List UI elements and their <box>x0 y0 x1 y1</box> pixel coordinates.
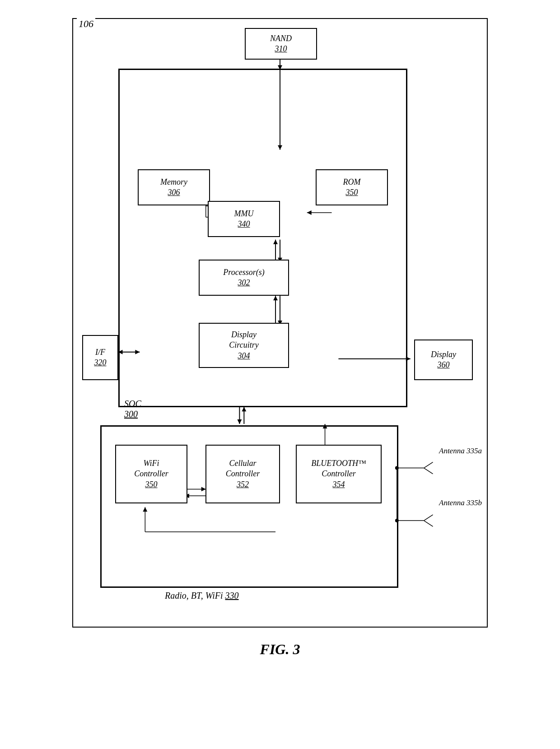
bluetooth-num: 354 <box>333 479 345 490</box>
if-num: 320 <box>94 358 107 368</box>
processors-block: Processor(s) 302 <box>199 260 289 296</box>
radio-box: Radio, BT, WiFi 330 WiFiController 350 C… <box>100 425 398 588</box>
memory-label: Memory <box>160 177 187 187</box>
nand-num: 310 <box>275 44 287 54</box>
cellular-label: CellularController <box>226 458 260 479</box>
processors-num: 302 <box>238 278 250 288</box>
antenna-b-label: Antenna 335b <box>439 498 482 508</box>
bluetooth-label: BLUETOOTH™Controller <box>311 458 366 479</box>
svg-line-47 <box>424 468 433 474</box>
nand-block: NAND 310 <box>245 28 317 60</box>
display-num: 360 <box>438 360 450 370</box>
cellular-num: 352 <box>237 479 249 490</box>
outer-label: 106 <box>77 18 95 30</box>
memory-block: Memory 306 <box>138 169 210 205</box>
display-block: Display 360 <box>414 340 473 380</box>
mmu-block: MMU 340 <box>208 201 280 237</box>
display-label: Display <box>431 349 456 360</box>
display-circuitry-block: DisplayCircuitry 304 <box>199 323 289 368</box>
bluetooth-block: BLUETOOTH™Controller 354 <box>296 445 382 503</box>
rom-num: 350 <box>346 187 358 198</box>
outer-box: 106 <box>72 18 488 628</box>
svg-marker-25 <box>242 407 246 411</box>
svg-line-51 <box>424 521 433 526</box>
display-circuitry-label: DisplayCircuitry <box>229 330 258 351</box>
rom-block: ROM 350 <box>316 169 388 205</box>
processors-label: Processor(s) <box>223 267 264 278</box>
nand-label: NAND <box>270 33 292 44</box>
display-circuitry-num: 304 <box>238 351 250 361</box>
radio-label: Radio, BT, WiFi 330 <box>165 591 239 601</box>
figure-label: FIG. 3 <box>260 641 300 658</box>
svg-line-46 <box>424 462 433 468</box>
soc-box: SOC 300 Memory 306 ROM 350 MMU 340 Proce… <box>118 69 407 407</box>
wifi-block: WiFiController 350 <box>115 445 187 503</box>
rom-label: ROM <box>343 177 361 187</box>
svg-line-50 <box>424 515 433 521</box>
page-container: 106 <box>54 9 506 722</box>
svg-marker-23 <box>237 419 242 424</box>
antenna-a-label: Antenna 335a <box>439 446 482 456</box>
mmu-label: MMU <box>234 209 254 219</box>
cellular-block: CellularController 352 <box>205 445 280 503</box>
soc-label: SOC 300 <box>124 399 141 419</box>
if-label: I/F <box>95 347 105 358</box>
wifi-num: 350 <box>145 479 158 490</box>
wifi-label: WiFiController <box>134 458 168 479</box>
memory-num: 306 <box>168 187 180 198</box>
mmu-num: 340 <box>238 219 250 229</box>
if-block: I/F 320 <box>82 335 118 380</box>
